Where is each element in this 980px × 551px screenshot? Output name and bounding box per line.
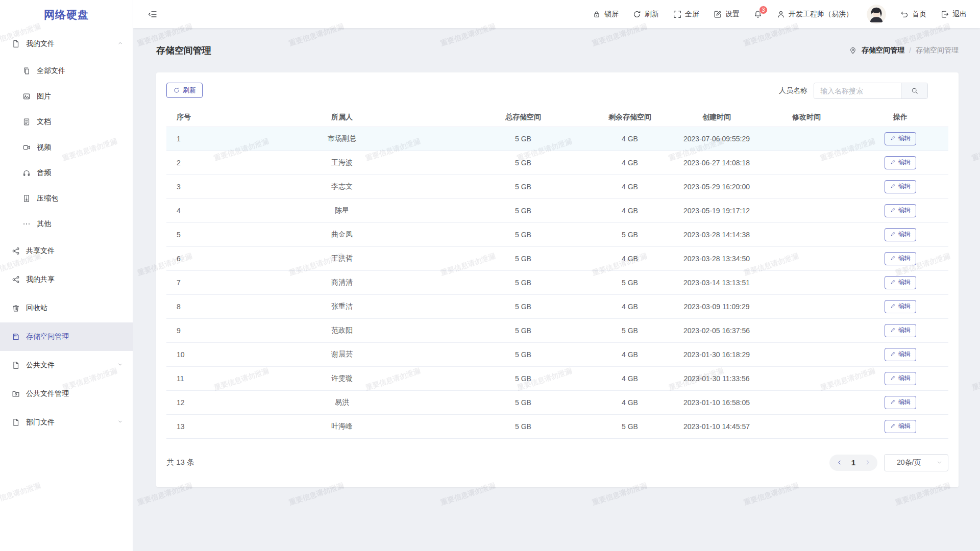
fullscreen-button[interactable]: 全屏 xyxy=(673,10,699,19)
sidebar-item-public-file-management[interactable]: 公共文件管理 xyxy=(0,380,133,408)
lock-screen-button[interactable]: 锁屏 xyxy=(592,10,619,19)
sidebar-item-archives[interactable]: 压缩包 xyxy=(0,186,133,211)
cell-owner: 范政阳 xyxy=(225,318,459,342)
table-row[interactable]: 2王海波5 GB4 GB2023-06-27 14:08:18编辑 xyxy=(166,151,948,174)
location-pin-icon xyxy=(849,46,857,55)
home-button[interactable]: 首页 xyxy=(900,10,926,19)
sidebar-item-public-files[interactable]: 公共文件 xyxy=(0,351,133,380)
content-card: 刷新 人员名称 xyxy=(156,72,959,487)
cell-owner: 谢晨芸 xyxy=(225,342,459,366)
current-page[interactable]: 1 xyxy=(847,458,860,467)
edit-button[interactable]: 编辑 xyxy=(885,252,916,265)
cell-remaining: 4 GB xyxy=(587,198,673,222)
pager-pill: 1 xyxy=(829,455,877,471)
logout-label: 退出 xyxy=(952,10,967,19)
cell-created: 2023-03-28 14:14:38 xyxy=(673,222,761,246)
table-row[interactable]: 1市场副总5 GB4 GB2023-07-06 09:55:29编辑 xyxy=(166,127,948,151)
cell-actions: 编辑 xyxy=(852,342,948,366)
cell-owner: 商清清 xyxy=(225,270,459,294)
table-row[interactable]: 6王洪哲5 GB4 GB2023-03-28 13:34:50编辑 xyxy=(166,246,948,270)
cell-actions: 编辑 xyxy=(852,222,948,246)
cell-total: 5 GB xyxy=(459,366,587,390)
settings-button[interactable]: 设置 xyxy=(713,10,740,19)
cell-remaining: 4 GB xyxy=(587,174,673,198)
cell-index: 12 xyxy=(166,390,225,414)
sidebar-item-label: 压缩包 xyxy=(37,194,58,203)
refresh-page-button[interactable]: 刷新 xyxy=(632,10,659,19)
sidebar-item-label: 公共文件管理 xyxy=(26,389,69,398)
search-button[interactable] xyxy=(901,83,927,98)
cell-index: 7 xyxy=(166,270,225,294)
sidebar-item-label: 文档 xyxy=(37,117,51,127)
edit-button[interactable]: 编辑 xyxy=(885,276,916,289)
breadcrumb-item-current[interactable]: 存储空间管理 xyxy=(862,46,904,55)
sidebar-item-others[interactable]: 其他 xyxy=(0,211,133,237)
sidebar-item-label: 公共文件 xyxy=(26,361,55,370)
logout-button[interactable]: 退出 xyxy=(940,10,967,19)
sidebar-item-recycle-bin[interactable]: 回收站 xyxy=(0,294,133,322)
prev-page-button[interactable] xyxy=(832,456,846,469)
search-group: 人员名称 xyxy=(779,83,928,99)
sidebar-item-audio[interactable]: 音频 xyxy=(0,160,133,186)
edit-button[interactable]: 编辑 xyxy=(885,396,916,409)
cell-modified xyxy=(761,390,852,414)
table-row[interactable]: 8张重洁5 GB4 GB2023-03-09 11:09:29编辑 xyxy=(166,294,948,318)
edit-button[interactable]: 编辑 xyxy=(885,180,916,193)
edit-button[interactable]: 编辑 xyxy=(885,372,916,385)
sidebar-item-images[interactable]: 图片 xyxy=(0,84,133,109)
edit-button-label: 编辑 xyxy=(898,158,911,167)
sidebar-item-label: 视频 xyxy=(37,143,51,152)
cell-modified xyxy=(761,342,852,366)
cell-owner: 曲金凤 xyxy=(225,222,459,246)
table-row[interactable]: 3李志文5 GB4 GB2023-05-29 16:20:00编辑 xyxy=(166,174,948,198)
table-row[interactable]: 11许雯璇5 GB4 GB2023-01-30 11:33:56编辑 xyxy=(166,366,948,390)
user-menu[interactable]: 开发工程师（易洪） xyxy=(776,10,853,19)
home-label: 首页 xyxy=(912,10,926,19)
sidebar-item-all-files[interactable]: 全部文件 xyxy=(0,58,133,84)
sidebar-item-my-shares[interactable]: 我的共享 xyxy=(0,265,133,294)
sidebar-item-department-files[interactable]: 部门文件 xyxy=(0,408,133,437)
page-size-select[interactable]: 20条/页 xyxy=(884,454,948,471)
table-row[interactable]: 12易洪5 GB4 GB2023-01-10 16:58:05编辑 xyxy=(166,390,948,414)
user-avatar[interactable] xyxy=(867,5,886,24)
edit-button[interactable]: 编辑 xyxy=(885,300,916,313)
table-row[interactable]: 4陈星5 GB4 GB2023-05-19 19:17:12编辑 xyxy=(166,198,948,222)
refresh-button[interactable]: 刷新 xyxy=(166,83,203,98)
table-row[interactable]: 9范政阳5 GB5 GB2023-02-05 16:37:56编辑 xyxy=(166,318,948,342)
cell-actions: 编辑 xyxy=(852,318,948,342)
edit-button-label: 编辑 xyxy=(898,350,911,359)
settings-label: 设置 xyxy=(725,10,740,19)
edit-button[interactable]: 编辑 xyxy=(885,348,916,361)
table-row[interactable]: 5曲金凤5 GB5 GB2023-03-28 14:14:38编辑 xyxy=(166,222,948,246)
pen-icon xyxy=(890,135,896,142)
col-header-created: 创建时间 xyxy=(673,108,761,127)
cell-owner: 陈星 xyxy=(225,198,459,222)
sidebar-item-documents[interactable]: 文档 xyxy=(0,109,133,135)
edit-button[interactable]: 编辑 xyxy=(885,204,916,217)
settings-icon xyxy=(713,10,722,19)
edit-button[interactable]: 编辑 xyxy=(885,420,916,433)
sidebar-item-my-files[interactable]: 我的文件 xyxy=(0,30,133,58)
search-label: 人员名称 xyxy=(779,86,807,95)
table-row[interactable]: 13叶海峰5 GB5 GB2023-01-10 14:45:57编辑 xyxy=(166,414,948,438)
sidebar-item-storage-management[interactable]: 存储空间管理 xyxy=(0,322,133,351)
sidebar-item-label: 存储空间管理 xyxy=(26,332,69,341)
page-size-value: 20条/页 xyxy=(897,458,921,467)
next-page-button[interactable] xyxy=(861,456,874,469)
pen-icon xyxy=(890,279,896,286)
edit-button[interactable]: 编辑 xyxy=(885,228,916,241)
sidebar-item-shared-files[interactable]: 共享文件 xyxy=(0,237,133,265)
storage-icon xyxy=(11,332,20,341)
pen-icon xyxy=(890,207,896,214)
table-row[interactable]: 10谢晨芸5 GB4 GB2023-01-30 16:18:29编辑 xyxy=(166,342,948,366)
table-row[interactable]: 7商清清5 GB5 GB2023-03-14 13:13:51编辑 xyxy=(166,270,948,294)
sidebar-collapse-button[interactable] xyxy=(148,9,158,19)
edit-button[interactable]: 编辑 xyxy=(885,324,916,337)
search-input[interactable] xyxy=(814,83,901,98)
edit-button[interactable]: 编辑 xyxy=(885,132,916,145)
notifications-button[interactable]: 3 xyxy=(753,10,763,19)
edit-button[interactable]: 编辑 xyxy=(885,156,916,169)
sidebar-item-videos[interactable]: 视频 xyxy=(0,135,133,160)
cell-modified xyxy=(761,151,852,174)
sidebar-item-label: 部门文件 xyxy=(26,418,55,427)
